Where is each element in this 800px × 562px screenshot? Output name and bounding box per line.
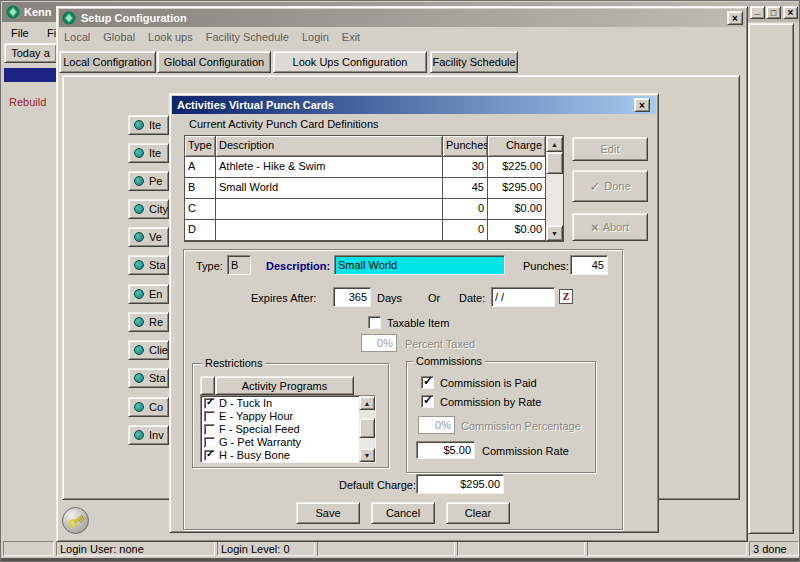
expires-days-input[interactable] (333, 287, 371, 307)
column-header-charge[interactable]: Charge (488, 136, 546, 157)
done-button[interactable]: ✓ Done (572, 170, 648, 202)
commission-paid-checkbox[interactable] (421, 376, 434, 389)
description-label: Description: (266, 260, 330, 272)
cell-charge[interactable]: $295.00 (488, 178, 546, 199)
activity-programs-header[interactable]: Activity Programs (215, 376, 354, 395)
abort-button[interactable]: × Abort (572, 213, 648, 241)
taxable-checkbox[interactable] (368, 316, 381, 329)
cell-punches[interactable]: 30 (443, 157, 488, 178)
menu-item-local[interactable]: Local (64, 31, 90, 47)
cell-punches[interactable]: 0 (443, 220, 488, 241)
cell-type[interactable]: D (185, 220, 216, 241)
commission-percentage-input[interactable] (418, 416, 455, 434)
tab-facility-schedule[interactable]: Facility Schedule (430, 51, 518, 73)
column-header-punches[interactable]: Punches (443, 136, 488, 157)
punches-input[interactable] (570, 255, 608, 275)
cell-type[interactable]: B (185, 178, 216, 199)
status-segment (587, 541, 747, 556)
status-bar: Login User: none Login Level: 0 3 done (2, 541, 800, 558)
calendar-button[interactable]: Z (559, 289, 573, 304)
maximize-button[interactable]: □ (766, 6, 781, 19)
app-window: Kenn _ □ × File File Today a Rebuild Log… (0, 0, 800, 562)
setup-window-title: Setup Configuration (81, 12, 187, 24)
activity-checkbox-3[interactable] (204, 437, 215, 448)
menu-item-exit[interactable]: Exit (342, 31, 360, 47)
activity-checkbox-1[interactable] (204, 411, 215, 422)
column-header-description[interactable]: Description (216, 136, 443, 157)
scroll-down-button[interactable]: ▼ (359, 448, 375, 462)
activity-label-2[interactable]: F - Special Feed (219, 423, 300, 435)
sidebar-item-11[interactable]: Inv (128, 425, 169, 445)
key-button[interactable] (62, 507, 89, 534)
activity-label-1[interactable]: E - Yappy Hour (219, 410, 293, 422)
menu-item-lookups[interactable]: Look ups (148, 31, 193, 47)
scroll-down-button[interactable]: ▼ (546, 225, 563, 241)
default-charge-input[interactable] (416, 474, 504, 494)
date-input[interactable] (491, 287, 555, 307)
tab-global-configuration[interactable]: Global Configuration (157, 51, 271, 73)
status-segment (317, 541, 455, 556)
cell-description[interactable]: Small World (216, 178, 443, 199)
activity-checkbox-2[interactable] (204, 424, 215, 435)
description-input[interactable] (334, 255, 505, 275)
save-button[interactable]: Save (296, 502, 360, 524)
cell-charge[interactable]: $0.00 (488, 220, 546, 241)
sidebar-item-0[interactable]: Ite (128, 115, 169, 135)
tab-lookups-configuration[interactable]: Look Ups Configuration (273, 51, 427, 73)
punches-label: Punches: (523, 260, 569, 272)
cell-punches[interactable]: 0 (443, 199, 488, 220)
sidebar-item-9[interactable]: Sta (128, 368, 169, 388)
cell-type[interactable]: A (185, 157, 216, 178)
clear-button[interactable]: Clear (446, 502, 510, 524)
commission-by-rate-checkbox[interactable] (421, 395, 434, 408)
cancel-button[interactable]: Cancel (371, 502, 435, 524)
bullet-icon (134, 260, 144, 270)
activity-checkbox-4[interactable] (204, 450, 215, 461)
form-panel: Type: B Description: Punches: Expires Af… (183, 249, 623, 530)
scroll-thumb[interactable] (546, 152, 563, 174)
cell-charge[interactable]: $225.00 (488, 157, 546, 178)
cell-description[interactable] (216, 199, 443, 220)
activity-label-4[interactable]: H - Busy Bone (219, 449, 290, 461)
activity-checkbox-0[interactable] (204, 398, 215, 409)
close-button[interactable]: × (783, 6, 798, 19)
cell-description[interactable]: Athlete - Hike & Swim (216, 157, 443, 178)
percent-taxed-input[interactable] (361, 334, 397, 352)
commission-rate-label: Commission Rate (482, 445, 569, 457)
sidebar-item-1[interactable]: Ite (128, 143, 169, 163)
tab-local-configuration[interactable]: Local Configration (59, 51, 156, 73)
menu-item-global[interactable]: Global (103, 31, 135, 47)
dialog-close-button[interactable]: × (634, 98, 650, 112)
menu-item-login[interactable]: Login (302, 31, 329, 47)
scroll-thumb[interactable] (359, 418, 375, 438)
menu-item-facility-schedule[interactable]: Facility Schedule (206, 31, 289, 47)
column-header-type[interactable]: Type (185, 136, 216, 157)
table-scrollbar[interactable]: ▲ ▼ (546, 136, 563, 241)
sidebar-item-4[interactable]: Ve (128, 227, 169, 247)
sidebar-item-7[interactable]: Re (128, 312, 169, 332)
sidebar-item-3[interactable]: City (128, 199, 169, 219)
sidebar-item-8[interactable]: Clie (128, 340, 169, 360)
sidebar-item-10[interactable]: Co (128, 397, 169, 417)
activity-header-blank (200, 376, 215, 395)
scroll-up-button[interactable]: ▲ (546, 136, 563, 152)
edit-button[interactable]: Edit (572, 137, 648, 161)
cell-description[interactable] (216, 220, 443, 241)
scroll-up-button[interactable]: ▲ (359, 396, 375, 410)
today-button[interactable]: Today a (4, 43, 57, 63)
sidebar-item-6[interactable]: En (128, 284, 169, 304)
cell-type[interactable]: C (185, 199, 216, 220)
main-menu-item-file[interactable]: File (11, 27, 29, 39)
activity-label-0[interactable]: D - Tuck In (219, 397, 272, 409)
cell-charge[interactable]: $0.00 (488, 199, 546, 220)
activity-label-3[interactable]: G - Pet Warranty (219, 436, 301, 448)
cell-punches[interactable]: 45 (443, 178, 488, 199)
sidebar-item-2[interactable]: Pe (128, 171, 169, 191)
sidebar-item-5[interactable]: Sta (128, 255, 169, 275)
activity-scrollbar[interactable]: ▲ ▼ (359, 396, 375, 462)
setup-close-button[interactable]: × (727, 11, 743, 25)
window-bottom-edge (1, 558, 800, 562)
minimize-button[interactable]: _ (750, 6, 765, 19)
setup-menubar: Local Global Look ups Facility Schedule … (64, 31, 664, 47)
commission-rate-input[interactable] (416, 441, 475, 459)
